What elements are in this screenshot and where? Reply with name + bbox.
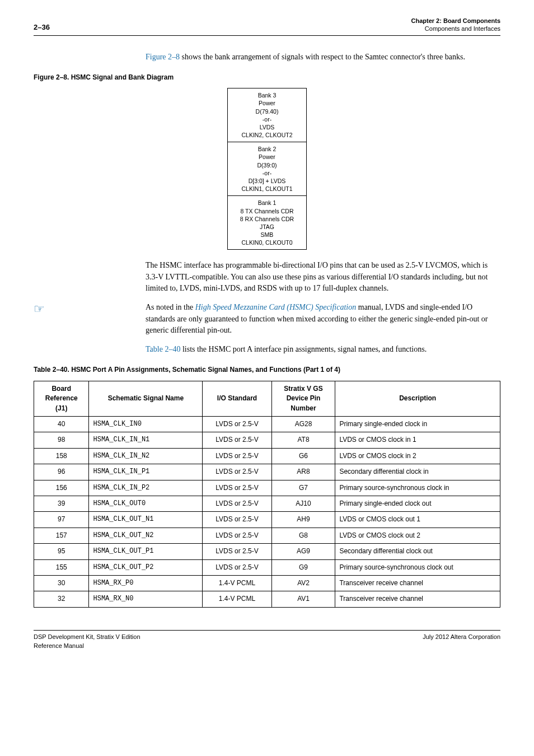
cell-desc: LVDS or CMOS clock out 1 xyxy=(335,512,500,528)
cell-pin: G9 xyxy=(271,559,335,575)
cell-pin: AT8 xyxy=(271,432,335,448)
cell-pin: AG28 xyxy=(271,417,335,432)
cell-signal: HSMA_CLK_IN_N2 xyxy=(89,448,203,464)
table-caption: Table 2–40. HSMC Port A Pin Assignments,… xyxy=(34,365,500,375)
cell-pin: AH9 xyxy=(271,512,335,528)
cell-pin: AV2 xyxy=(271,575,335,591)
figure-xref[interactable]: Figure 2–8 xyxy=(146,53,180,61)
bank1-line: SMB xyxy=(229,231,305,239)
cell-desc: Primary source-synchronous clock in xyxy=(335,480,500,496)
cell-pin: G7 xyxy=(271,480,335,496)
table-row: 158HSMA_CLK_IN_N2LVDS or 2.5-VG6LVDS or … xyxy=(34,448,500,464)
page-header: 2–36 Chapter 2: Board Components Compone… xyxy=(34,0,500,36)
hand-icon: ☞ xyxy=(34,302,146,315)
table-intro-paragraph: Table 2–40 lists the HSMC port A interfa… xyxy=(146,344,500,355)
col-schematic-signal: Schematic Signal Name xyxy=(89,381,203,416)
cell-io: LVDS or 2.5-V xyxy=(203,417,271,432)
cell-pin: G8 xyxy=(271,528,335,543)
cell-io: LVDS or 2.5-V xyxy=(203,559,271,575)
cell-io: LVDS or 2.5-V xyxy=(203,432,271,448)
paragraph-hsmc-interface: The HSMC interface has programmable bi-d… xyxy=(146,260,500,294)
cell-signal: HSMA_CLK_IN_N1 xyxy=(89,432,203,448)
bank1-line: Bank 1 xyxy=(229,199,305,207)
cell-io: 1.4-V PCML xyxy=(203,591,271,607)
bank3-line: Bank 3 xyxy=(229,91,305,99)
bank1-line: JTAG xyxy=(229,223,305,231)
page-footer: DSP Development Kit, Stratix V Edition R… xyxy=(34,630,500,651)
bank2-line: -or- xyxy=(229,169,305,177)
cell-signal: HSMA_CLK_OUT_P1 xyxy=(89,544,203,559)
footer-right: July 2012 Altera Corporation xyxy=(423,633,500,651)
footer-doc-title: DSP Development Kit, Stratix V Edition xyxy=(34,633,140,642)
cell-ref: 158 xyxy=(34,448,89,464)
footer-left: DSP Development Kit, Stratix V Edition R… xyxy=(34,633,140,651)
cell-io: LVDS or 2.5-V xyxy=(203,480,271,496)
note-pre: As noted in the xyxy=(146,303,195,311)
cell-ref: 30 xyxy=(34,575,89,591)
cell-signal: HSMA_RX_N0 xyxy=(89,591,203,607)
chapter-title: Chapter 2: Board Components xyxy=(411,17,500,25)
cell-ref: 97 xyxy=(34,512,89,528)
cell-desc: Transceiver receive channel xyxy=(335,575,500,591)
cell-desc: Primary source-synchronous clock out xyxy=(335,559,500,575)
bank1-line: 8 RX Channels CDR xyxy=(229,215,305,223)
table-row: 95HSMA_CLK_OUT_P1LVDS or 2.5-VAG9Seconda… xyxy=(34,544,500,559)
table-row: 32HSMA_RX_N01.4-V PCMLAV1Transceiver rec… xyxy=(34,591,500,607)
cell-io: LVDS or 2.5-V xyxy=(203,496,271,511)
bank2-line: D[3:0] + LVDS xyxy=(229,177,305,185)
col-io-standard: I/O Standard xyxy=(203,381,271,416)
cell-ref: 39 xyxy=(34,496,89,511)
cell-desc: LVDS or CMOS clock in 2 xyxy=(335,448,500,464)
cell-ref: 40 xyxy=(34,417,89,432)
col-description: Description xyxy=(335,381,500,416)
cell-io: LVDS or 2.5-V xyxy=(203,464,271,480)
table-row: 155HSMA_CLK_OUT_P2LVDS or 2.5-VG9Primary… xyxy=(34,559,500,575)
cell-desc: Primary single-ended clock in xyxy=(335,417,500,432)
table-row: 40HSMA_CLK_IN0LVDS or 2.5-VAG28Primary s… xyxy=(34,417,500,432)
table-intro-text: lists the HSMC port A interface pin assi… xyxy=(180,345,427,353)
figure-caption: Figure 2–8. HSMC Signal and Bank Diagram xyxy=(34,73,500,82)
hsmc-spec-link[interactable]: High Speed Mezzanine Card (HSMC) Specifi… xyxy=(195,303,357,311)
intro-paragraph: Figure 2–8 shows the bank arrangement of… xyxy=(146,52,500,63)
cell-ref: 157 xyxy=(34,528,89,543)
cell-signal: HSMA_CLK_IN_P2 xyxy=(89,480,203,496)
intro-text: shows the bank arrangement of signals wi… xyxy=(180,53,465,61)
bank-1: Bank 1 8 TX Channels CDR 8 RX Channels C… xyxy=(228,195,306,249)
cell-desc: LVDS or CMOS clock out 2 xyxy=(335,528,500,543)
bank3-line: CLKIN2, CLKOUT2 xyxy=(229,131,305,139)
cell-signal: HSMA_CLK_OUT_N1 xyxy=(89,512,203,528)
table-row: 98HSMA_CLK_IN_N1LVDS or 2.5-VAT8LVDS or … xyxy=(34,432,500,448)
cell-ref: 96 xyxy=(34,464,89,480)
cell-signal: HSMA_CLK_OUT0 xyxy=(89,496,203,511)
note-text: As noted in the High Speed Mezzanine Car… xyxy=(146,302,500,336)
cell-signal: HSMA_CLK_OUT_N2 xyxy=(89,528,203,543)
bank2-line: CLKIN1, CLKOUT1 xyxy=(229,185,305,193)
table-xref[interactable]: Table 2–40 xyxy=(146,345,180,353)
cell-pin: AG9 xyxy=(271,544,335,559)
cell-ref: 155 xyxy=(34,559,89,575)
cell-pin: AV1 xyxy=(271,591,335,607)
bank2-line: D(39:0) xyxy=(229,161,305,169)
table-row: 39HSMA_CLK_OUT0LVDS or 2.5-VAJ10Primary … xyxy=(34,496,500,511)
bank3-line: LVDS xyxy=(229,123,305,131)
bank-2: Bank 2 Power D(39:0) -or- D[3:0] + LVDS … xyxy=(228,142,306,195)
cell-ref: 156 xyxy=(34,480,89,496)
cell-desc: Secondary differential clock in xyxy=(335,464,500,480)
cell-io: LVDS or 2.5-V xyxy=(203,512,271,528)
chapter-subtitle: Components and Interfaces xyxy=(411,25,500,32)
cell-pin: AR8 xyxy=(271,464,335,480)
bank2-line: Power xyxy=(229,153,305,161)
bank2-line: Bank 2 xyxy=(229,145,305,153)
bank-3: Bank 3 Power D(79.40) -or- LVDS CLKIN2, … xyxy=(228,88,306,142)
table-row: 96HSMA_CLK_IN_P1LVDS or 2.5-VAR8Secondar… xyxy=(34,464,500,480)
cell-signal: HSMA_RX_P0 xyxy=(89,575,203,591)
bank3-line: -or- xyxy=(229,115,305,123)
cell-desc: Secondary differential clock out xyxy=(335,544,500,559)
cell-signal: HSMA_CLK_IN_P1 xyxy=(89,464,203,480)
cell-io: LVDS or 2.5-V xyxy=(203,528,271,543)
cell-desc: Primary single-ended clock out xyxy=(335,496,500,511)
cell-ref: 98 xyxy=(34,432,89,448)
cell-pin: G6 xyxy=(271,448,335,464)
cell-desc: Transceiver receive channel xyxy=(335,591,500,607)
bank-stack: Bank 3 Power D(79.40) -or- LVDS CLKIN2, … xyxy=(227,88,307,250)
